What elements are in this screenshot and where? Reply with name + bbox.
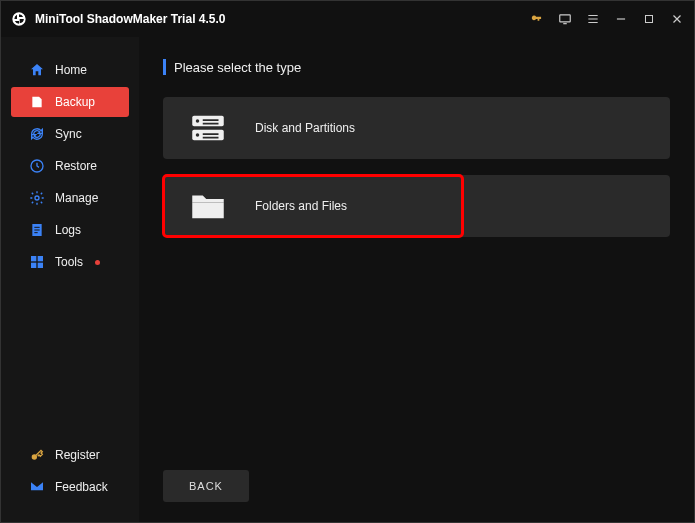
- menu-icon[interactable]: [586, 12, 600, 26]
- svg-rect-5: [38, 256, 43, 261]
- sidebar-item-logs[interactable]: Logs: [11, 215, 129, 245]
- sidebar: Home Backup Sync Restore: [1, 37, 139, 523]
- sidebar-item-label: Manage: [55, 191, 98, 205]
- back-button[interactable]: BACK: [163, 470, 249, 502]
- disk-icon: [187, 107, 229, 149]
- sidebar-item-label: Restore: [55, 159, 97, 173]
- sidebar-item-tools[interactable]: Tools: [11, 247, 129, 277]
- section-title: Please select the type: [174, 60, 301, 75]
- sidebar-item-label: Feedback: [55, 480, 108, 494]
- close-icon[interactable]: [670, 12, 684, 26]
- titlebar-left: MiniTool ShadowMaker Trial 4.5.0: [11, 11, 226, 27]
- content-area: Please select the type Disk and Partitio…: [139, 37, 694, 523]
- home-icon: [29, 62, 45, 78]
- option-folders-and-files[interactable]: Folders and Files: [163, 175, 463, 237]
- svg-rect-7: [38, 263, 43, 268]
- sidebar-item-backup[interactable]: Backup: [11, 87, 129, 117]
- maximize-icon[interactable]: [642, 12, 656, 26]
- svg-rect-15: [203, 133, 219, 135]
- sidebar-item-restore[interactable]: Restore: [11, 151, 129, 181]
- svg-rect-6: [31, 263, 36, 268]
- svg-rect-16: [203, 137, 219, 139]
- option-disk-and-partitions[interactable]: Disk and Partitions: [163, 97, 670, 159]
- option-label: Disk and Partitions: [255, 121, 355, 135]
- folder-icon: [187, 185, 229, 227]
- svg-rect-14: [203, 123, 219, 125]
- tools-icon: [29, 254, 45, 270]
- sidebar-item-label: Backup: [55, 95, 95, 109]
- monitor-icon[interactable]: [558, 12, 572, 26]
- sync-icon: [29, 126, 45, 142]
- svg-rect-4: [31, 256, 36, 261]
- sidebar-item-sync[interactable]: Sync: [11, 119, 129, 149]
- key-icon[interactable]: [530, 12, 544, 26]
- accent-bar-icon: [163, 59, 166, 75]
- svg-rect-13: [203, 119, 219, 121]
- svg-point-3: [35, 196, 39, 200]
- sidebar-item-register[interactable]: Register: [11, 440, 129, 470]
- feedback-icon: [29, 479, 45, 495]
- titlebar-controls: [530, 12, 684, 26]
- sidebar-item-label: Logs: [55, 223, 81, 237]
- sidebar-item-feedback[interactable]: Feedback: [11, 472, 129, 502]
- sidebar-item-label: Register: [55, 448, 100, 462]
- restore-icon: [29, 158, 45, 174]
- sidebar-item-home[interactable]: Home: [11, 55, 129, 85]
- sidebar-item-label: Home: [55, 63, 87, 77]
- sidebar-item-label: Sync: [55, 127, 82, 141]
- app-logo-icon: [11, 11, 27, 27]
- svg-point-12: [196, 133, 200, 137]
- section-header: Please select the type: [163, 59, 670, 75]
- notification-dot-icon: [95, 260, 100, 265]
- svg-point-11: [196, 119, 200, 123]
- key-icon: [29, 447, 45, 463]
- backup-icon: [29, 94, 45, 110]
- minimize-icon[interactable]: [614, 12, 628, 26]
- svg-rect-0: [560, 15, 571, 22]
- logs-icon: [29, 222, 45, 238]
- titlebar: MiniTool ShadowMaker Trial 4.5.0: [1, 1, 694, 37]
- app-title: MiniTool ShadowMaker Trial 4.5.0: [35, 12, 226, 26]
- manage-icon: [29, 190, 45, 206]
- svg-rect-1: [646, 16, 653, 23]
- sidebar-item-manage[interactable]: Manage: [11, 183, 129, 213]
- option-label: Folders and Files: [255, 199, 347, 213]
- sidebar-item-label: Tools: [55, 255, 83, 269]
